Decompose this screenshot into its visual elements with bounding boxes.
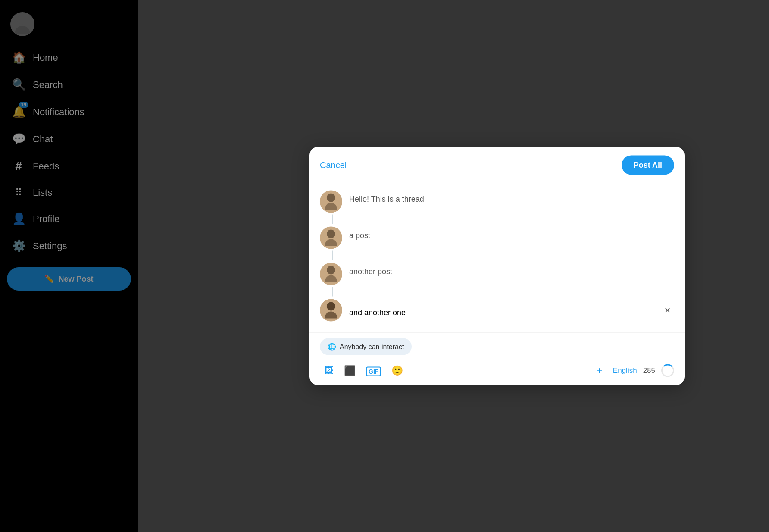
- post-content-4: and another one: [349, 304, 654, 317]
- modal-footer: 🌐 Anybody can interact 🖼 ⬛ GIF 🙂: [309, 333, 685, 385]
- cancel-button[interactable]: Cancel: [320, 160, 347, 170]
- avatar-1: [320, 191, 342, 213]
- video-button[interactable]: ⬛: [340, 362, 360, 380]
- toolbar-row: 🖼 ⬛ GIF 🙂 + English 285: [320, 361, 674, 380]
- emoji-icon: 🙂: [391, 365, 403, 376]
- post-all-button[interactable]: Post All: [622, 156, 674, 175]
- thread-post-3: another post: [320, 256, 674, 292]
- language-button[interactable]: English: [613, 366, 637, 375]
- post-content-3: another post: [349, 263, 674, 276]
- emoji-button[interactable]: 🙂: [387, 362, 407, 380]
- thread-container: Hello! This is a thread a post: [309, 179, 685, 333]
- avatar-3: [320, 263, 342, 285]
- thread-post-4: and another one ✕: [320, 292, 674, 329]
- modal-overlay: Cancel Post All Hello! This is a thread: [0, 0, 769, 532]
- image-button[interactable]: 🖼: [320, 362, 338, 380]
- delete-post-button[interactable]: ✕: [661, 302, 674, 319]
- toolbar-right: + English 285: [592, 361, 674, 380]
- gif-icon: GIF: [366, 367, 381, 376]
- modal-header: Cancel Post All: [309, 147, 685, 179]
- post-text-2: a post: [349, 231, 370, 240]
- avatar-4: [320, 299, 342, 322]
- globe-icon: 🌐: [328, 343, 336, 351]
- post-text-3: another post: [349, 267, 392, 276]
- avatar-2: [320, 227, 342, 249]
- post-content-1: Hello! This is a thread: [349, 191, 674, 204]
- interact-button[interactable]: 🌐 Anybody can interact: [320, 338, 412, 355]
- char-progress-circle: [661, 364, 674, 377]
- add-thread-button[interactable]: +: [592, 361, 607, 380]
- post-text-1: Hello! This is a thread: [349, 195, 424, 203]
- post-content-2: a post: [349, 227, 674, 240]
- image-icon: 🖼: [324, 365, 334, 376]
- video-icon: ⬛: [344, 365, 356, 376]
- interact-label: Anybody can interact: [340, 343, 404, 350]
- thread-post-1: Hello! This is a thread: [320, 184, 674, 220]
- char-count: 285: [643, 366, 655, 375]
- thread-post-2: a post: [320, 220, 674, 256]
- post-text-4: and another one: [349, 308, 406, 316]
- post-modal: Cancel Post All Hello! This is a thread: [309, 147, 685, 385]
- gif-button[interactable]: GIF: [362, 362, 385, 380]
